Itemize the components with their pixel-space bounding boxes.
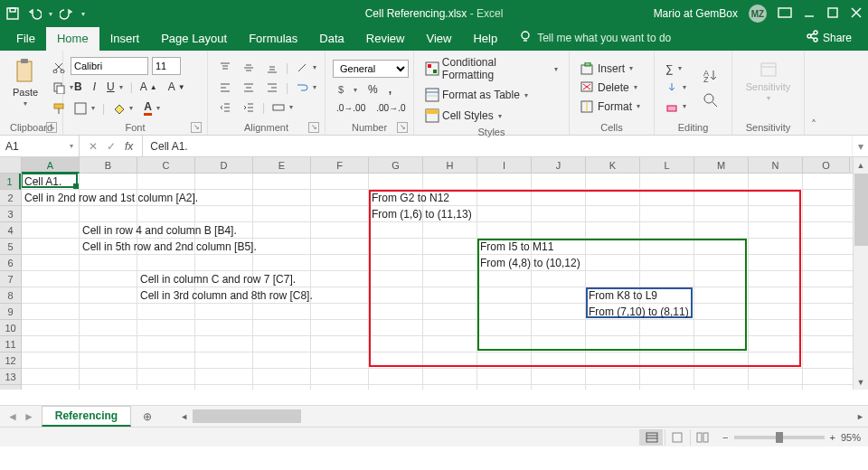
align-middle-button[interactable] <box>239 60 259 76</box>
number-format-select[interactable]: General <box>333 60 409 78</box>
conditional-formatting-button[interactable]: Conditional Formatting <box>421 54 561 83</box>
row-header-11[interactable]: 11 <box>0 336 21 352</box>
tab-file[interactable]: File <box>5 27 46 51</box>
alignment-launcher[interactable]: ↘ <box>308 122 319 133</box>
comma-button[interactable]: , <box>385 81 395 98</box>
cell-I5[interactable]: From I5 to M11 <box>477 239 556 255</box>
cell-G2[interactable]: From G2 to N12 <box>369 190 452 206</box>
col-header-L[interactable]: L <box>640 157 694 173</box>
col-header-E[interactable]: E <box>253 157 311 173</box>
col-header-M[interactable]: M <box>694 157 749 173</box>
cells-area[interactable]: Cell A1.Cell in 2nd row and 1st column [… <box>22 174 853 390</box>
tab-help[interactable]: Help <box>462 27 508 51</box>
col-header-A[interactable]: A <box>22 157 80 174</box>
vertical-scrollbar[interactable]: ▲ ▼ <box>853 157 868 390</box>
accounting-format-button[interactable]: $ <box>333 81 361 98</box>
tab-data[interactable]: Data <box>308 27 354 51</box>
format-cells-button[interactable]: Format <box>577 99 644 115</box>
merge-button[interactable] <box>269 99 297 116</box>
sort-filter-button[interactable]: AZ <box>699 65 722 85</box>
cell-A2[interactable]: Cell in 2nd row and 1st column [A2]. <box>22 190 201 206</box>
name-box[interactable]: A1 <box>0 136 80 156</box>
format-as-table-button[interactable]: Format as Table <box>421 86 561 104</box>
share-button[interactable]: Share <box>795 25 863 51</box>
font-color-button[interactable]: A <box>140 99 164 118</box>
align-bottom-button[interactable] <box>262 60 282 76</box>
horizontal-scrollbar[interactable]: ◄ ► <box>176 409 868 424</box>
col-header-H[interactable]: H <box>423 157 477 173</box>
fx-icon[interactable]: fx <box>125 140 133 153</box>
col-header-F[interactable]: F <box>311 157 369 173</box>
col-header-B[interactable]: B <box>80 157 137 173</box>
italic-button[interactable]: I <box>90 79 99 95</box>
sheet-nav-prev[interactable]: ◄ <box>7 410 18 423</box>
tab-review[interactable]: Review <box>355 27 416 51</box>
wrap-text-button[interactable] <box>292 80 320 96</box>
row-header-7[interactable]: 7 <box>0 271 21 287</box>
cell-G3[interactable]: From (1,6) to (11,13) <box>369 206 475 222</box>
row-header-1[interactable]: 1 <box>0 174 21 190</box>
page-break-view-button[interactable] <box>690 429 713 446</box>
tab-home[interactable]: Home <box>46 27 99 51</box>
font-size-input[interactable] <box>152 57 181 75</box>
row-header-12[interactable]: 12 <box>0 352 21 369</box>
col-header-G[interactable]: G <box>369 157 423 173</box>
row-header-2[interactable]: 2 <box>0 190 21 206</box>
number-launcher[interactable]: ↘ <box>397 122 408 133</box>
find-select-button[interactable] <box>699 90 722 110</box>
align-left-button[interactable] <box>215 80 235 96</box>
align-right-button[interactable] <box>262 80 282 96</box>
maximize-icon[interactable] <box>826 6 839 22</box>
delete-cells-button[interactable]: Delete <box>577 80 644 96</box>
zoom-out-button[interactable]: − <box>722 432 728 443</box>
col-header-I[interactable]: I <box>477 157 532 173</box>
cell-styles-button[interactable]: Cell Styles <box>421 107 561 125</box>
sheet-nav-next[interactable]: ► <box>24 410 34 423</box>
align-top-button[interactable] <box>215 60 235 76</box>
row-header-3[interactable]: 3 <box>0 206 21 222</box>
page-layout-view-button[interactable] <box>665 429 688 446</box>
font-launcher[interactable]: ↘ <box>191 122 202 133</box>
row-header-4[interactable]: 4 <box>0 222 21 239</box>
select-all-button[interactable] <box>0 157 22 174</box>
fill-color-button[interactable] <box>108 100 137 117</box>
bold-button[interactable]: B <box>71 79 86 95</box>
qat-customize[interactable]: ▾ <box>81 10 85 18</box>
formula-input[interactable]: Cell A1. <box>143 136 852 156</box>
column-headers[interactable]: ABCDEFGHIJKLMNO <box>22 157 853 174</box>
row-header-5[interactable]: 5 <box>0 239 21 255</box>
expand-formula-bar[interactable]: ▾ <box>852 136 868 156</box>
fill-button[interactable] <box>662 80 690 96</box>
avatar[interactable]: MZ <box>749 5 767 23</box>
zoom-level[interactable]: 95% <box>841 432 861 443</box>
tab-insert[interactable]: Insert <box>99 27 151 51</box>
ribbon-display-icon[interactable] <box>778 7 792 21</box>
cell-C8[interactable]: Cell in 3rd column and 8th row [C8]. <box>137 287 316 304</box>
underline-button[interactable]: U <box>103 79 127 95</box>
insert-cells-button[interactable]: Insert <box>577 61 644 77</box>
zoom-in-button[interactable]: + <box>830 432 835 443</box>
col-header-C[interactable]: C <box>137 157 195 173</box>
vscroll-thumb[interactable] <box>854 174 868 246</box>
collapse-ribbon-button[interactable]: ˄ <box>805 51 823 135</box>
tab-formulas[interactable]: Formulas <box>238 27 308 51</box>
fill-handle[interactable] <box>73 183 79 189</box>
row-header-13[interactable]: 13 <box>0 369 21 385</box>
decrease-decimal-button[interactable]: .00→.0 <box>373 101 409 115</box>
normal-view-button[interactable] <box>639 429 663 446</box>
increase-indent-button[interactable] <box>239 99 259 116</box>
tab-view[interactable]: View <box>415 27 462 51</box>
scroll-down-icon[interactable]: ▼ <box>854 374 869 390</box>
undo-icon[interactable] <box>27 6 42 21</box>
scroll-left-icon[interactable]: ◄ <box>176 409 192 424</box>
zoom-slider[interactable] <box>734 436 825 439</box>
border-button[interactable] <box>71 100 99 117</box>
align-center-button[interactable] <box>239 80 259 96</box>
cell-B4[interactable]: Cell in row 4 and column B [B4]. <box>80 222 240 239</box>
user-name[interactable]: Mario at GemBox <box>654 7 738 20</box>
percent-button[interactable]: % <box>364 81 382 98</box>
decrease-indent-button[interactable] <box>215 99 235 116</box>
row-header-10[interactable]: 10 <box>0 320 21 336</box>
col-header-K[interactable]: K <box>586 157 640 173</box>
minimize-icon[interactable] <box>803 6 816 22</box>
